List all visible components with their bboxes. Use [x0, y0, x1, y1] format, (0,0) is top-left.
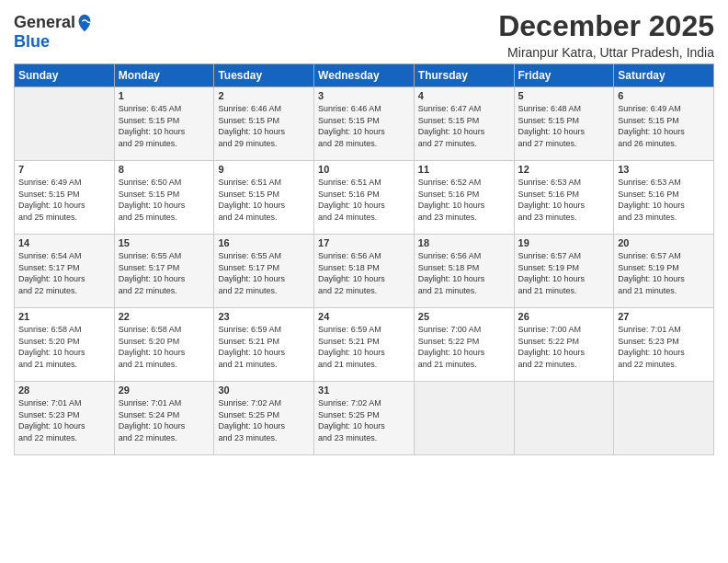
calendar-cell: 27Sunrise: 7:01 AM Sunset: 5:23 PM Dayli… [614, 308, 714, 382]
week-row-0: 1Sunrise: 6:45 AM Sunset: 5:15 PM Daylig… [15, 87, 714, 161]
calendar-cell: 11Sunrise: 6:52 AM Sunset: 5:16 PM Dayli… [414, 161, 514, 235]
day-number: 16 [218, 237, 310, 248]
header: General Blue December 2025 Miranpur Katr… [14, 9, 714, 60]
calendar-cell: 2Sunrise: 6:46 AM Sunset: 5:15 PM Daylig… [214, 87, 314, 161]
day-info: Sunrise: 6:53 AM Sunset: 5:16 PM Dayligh… [618, 177, 710, 223]
day-number: 26 [518, 311, 610, 322]
day-number: 15 [119, 237, 210, 248]
day-info: Sunrise: 7:01 AM Sunset: 5:23 PM Dayligh… [18, 397, 110, 443]
calendar-cell [514, 382, 614, 455]
calendar-header: SundayMondayTuesdayWednesdayThursdayFrid… [15, 64, 714, 87]
calendar-cell: 25Sunrise: 7:00 AM Sunset: 5:22 PM Dayli… [414, 308, 514, 382]
day-number: 28 [18, 385, 110, 396]
day-number: 14 [18, 237, 110, 248]
calendar-cell [614, 382, 714, 455]
day-info: Sunrise: 6:51 AM Sunset: 5:16 PM Dayligh… [318, 177, 410, 223]
calendar-cell: 5Sunrise: 6:48 AM Sunset: 5:15 PM Daylig… [514, 87, 614, 161]
day-number: 25 [418, 311, 510, 322]
calendar-cell: 9Sunrise: 6:51 AM Sunset: 5:15 PM Daylig… [214, 161, 314, 235]
day-number: 5 [518, 90, 610, 101]
calendar-cell: 26Sunrise: 7:00 AM Sunset: 5:22 PM Dayli… [514, 308, 614, 382]
calendar-cell: 4Sunrise: 6:47 AM Sunset: 5:15 PM Daylig… [414, 87, 514, 161]
calendar-cell: 6Sunrise: 6:49 AM Sunset: 5:15 PM Daylig… [614, 87, 714, 161]
day-info: Sunrise: 6:45 AM Sunset: 5:15 PM Dayligh… [119, 103, 210, 149]
calendar-cell: 7Sunrise: 6:49 AM Sunset: 5:15 PM Daylig… [15, 161, 115, 235]
day-info: Sunrise: 6:53 AM Sunset: 5:16 PM Dayligh… [518, 177, 610, 223]
day-number: 31 [318, 385, 410, 396]
day-number: 27 [618, 311, 710, 322]
calendar-cell: 24Sunrise: 6:59 AM Sunset: 5:21 PM Dayli… [314, 308, 415, 382]
day-info: Sunrise: 7:00 AM Sunset: 5:22 PM Dayligh… [418, 324, 510, 370]
calendar-cell [15, 87, 115, 161]
week-row-3: 21Sunrise: 6:58 AM Sunset: 5:20 PM Dayli… [15, 308, 714, 382]
day-info: Sunrise: 7:01 AM Sunset: 5:24 PM Dayligh… [119, 397, 210, 443]
calendar-cell: 29Sunrise: 7:01 AM Sunset: 5:24 PM Dayli… [114, 382, 214, 455]
day-number: 3 [318, 90, 410, 101]
weekday-header-monday: Monday [114, 64, 214, 87]
day-info: Sunrise: 6:49 AM Sunset: 5:15 PM Dayligh… [618, 103, 710, 149]
day-number: 4 [418, 90, 510, 101]
day-number: 23 [218, 311, 310, 322]
day-info: Sunrise: 6:54 AM Sunset: 5:17 PM Dayligh… [18, 250, 110, 296]
day-info: Sunrise: 6:56 AM Sunset: 5:18 PM Dayligh… [318, 250, 410, 296]
day-number: 20 [618, 237, 710, 248]
calendar-cell: 22Sunrise: 6:58 AM Sunset: 5:20 PM Dayli… [114, 308, 214, 382]
day-info: Sunrise: 6:55 AM Sunset: 5:17 PM Dayligh… [218, 250, 310, 296]
calendar-cell: 13Sunrise: 6:53 AM Sunset: 5:16 PM Dayli… [614, 161, 714, 235]
calendar-cell: 8Sunrise: 6:50 AM Sunset: 5:15 PM Daylig… [114, 161, 214, 235]
logo: General Blue [14, 13, 93, 52]
weekday-header-friday: Friday [514, 64, 614, 87]
day-info: Sunrise: 7:02 AM Sunset: 5:25 PM Dayligh… [218, 397, 310, 443]
calendar-cell: 31Sunrise: 7:02 AM Sunset: 5:25 PM Dayli… [314, 382, 415, 455]
day-number: 2 [218, 90, 310, 101]
day-number: 11 [418, 164, 510, 175]
day-number: 12 [518, 164, 610, 175]
calendar-cell: 17Sunrise: 6:56 AM Sunset: 5:18 PM Dayli… [314, 235, 415, 308]
day-number: 8 [119, 164, 210, 175]
calendar-cell: 14Sunrise: 6:54 AM Sunset: 5:17 PM Dayli… [15, 235, 115, 308]
day-number: 6 [618, 90, 710, 101]
day-number: 18 [418, 237, 510, 248]
day-info: Sunrise: 6:46 AM Sunset: 5:15 PM Dayligh… [318, 103, 410, 149]
title-block: December 2025 Miranpur Katra, Uttar Prad… [498, 9, 714, 60]
calendar-cell: 30Sunrise: 7:02 AM Sunset: 5:25 PM Dayli… [214, 382, 314, 455]
calendar-table: SundayMondayTuesdayWednesdayThursdayFrid… [14, 63, 714, 455]
day-info: Sunrise: 6:59 AM Sunset: 5:21 PM Dayligh… [218, 324, 310, 370]
day-info: Sunrise: 7:00 AM Sunset: 5:22 PM Dayligh… [518, 324, 610, 370]
weekday-header-tuesday: Tuesday [214, 64, 314, 87]
month-title: December 2025 [498, 9, 714, 43]
calendar-cell: 1Sunrise: 6:45 AM Sunset: 5:15 PM Daylig… [114, 87, 214, 161]
calendar-cell: 3Sunrise: 6:46 AM Sunset: 5:15 PM Daylig… [314, 87, 415, 161]
day-info: Sunrise: 6:47 AM Sunset: 5:15 PM Dayligh… [418, 103, 510, 149]
day-info: Sunrise: 6:58 AM Sunset: 5:20 PM Dayligh… [18, 324, 110, 370]
calendar-cell: 15Sunrise: 6:55 AM Sunset: 5:17 PM Dayli… [114, 235, 214, 308]
day-number: 9 [218, 164, 310, 175]
weekday-header-row: SundayMondayTuesdayWednesdayThursdayFrid… [15, 64, 714, 87]
calendar-cell: 10Sunrise: 6:51 AM Sunset: 5:16 PM Dayli… [314, 161, 415, 235]
day-info: Sunrise: 6:57 AM Sunset: 5:19 PM Dayligh… [518, 250, 610, 296]
weekday-header-saturday: Saturday [614, 64, 714, 87]
day-number: 1 [119, 90, 210, 101]
day-number: 22 [119, 311, 210, 322]
day-number: 19 [518, 237, 610, 248]
day-number: 24 [318, 311, 410, 322]
day-info: Sunrise: 6:58 AM Sunset: 5:20 PM Dayligh… [119, 324, 210, 370]
day-info: Sunrise: 6:48 AM Sunset: 5:15 PM Dayligh… [518, 103, 610, 149]
calendar-container: General Blue December 2025 Miranpur Katr… [0, 0, 728, 465]
day-number: 10 [318, 164, 410, 175]
calendar-cell: 20Sunrise: 6:57 AM Sunset: 5:19 PM Dayli… [614, 235, 714, 308]
week-row-2: 14Sunrise: 6:54 AM Sunset: 5:17 PM Dayli… [15, 235, 714, 308]
calendar-cell: 12Sunrise: 6:53 AM Sunset: 5:16 PM Dayli… [514, 161, 614, 235]
calendar-cell: 18Sunrise: 6:56 AM Sunset: 5:18 PM Dayli… [414, 235, 514, 308]
day-info: Sunrise: 6:57 AM Sunset: 5:19 PM Dayligh… [618, 250, 710, 296]
day-number: 17 [318, 237, 410, 248]
day-info: Sunrise: 6:50 AM Sunset: 5:15 PM Dayligh… [119, 177, 210, 223]
day-info: Sunrise: 6:56 AM Sunset: 5:18 PM Dayligh… [418, 250, 510, 296]
day-info: Sunrise: 6:55 AM Sunset: 5:17 PM Dayligh… [119, 250, 210, 296]
weekday-header-sunday: Sunday [15, 64, 115, 87]
day-number: 13 [618, 164, 710, 175]
day-number: 7 [18, 164, 110, 175]
week-row-4: 28Sunrise: 7:01 AM Sunset: 5:23 PM Dayli… [15, 382, 714, 455]
day-info: Sunrise: 6:59 AM Sunset: 5:21 PM Dayligh… [318, 324, 410, 370]
day-info: Sunrise: 6:51 AM Sunset: 5:15 PM Dayligh… [218, 177, 310, 223]
